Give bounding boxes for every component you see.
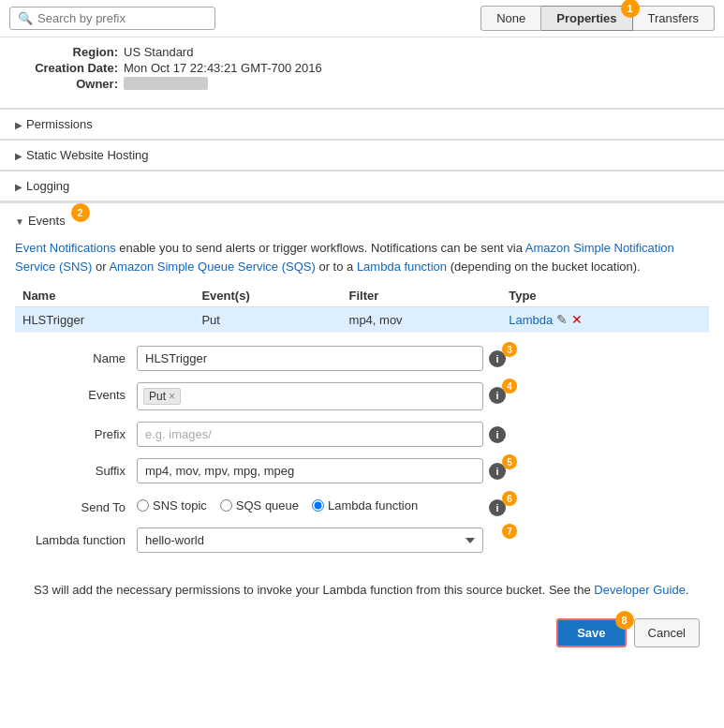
row-events: Put	[194, 307, 341, 333]
creation-date-value: Mon Oct 17 22:43:21 GMT-700 2016	[124, 61, 322, 75]
lambda-select-wrapper: hello-world	[137, 527, 483, 553]
tab-none[interactable]: None	[480, 6, 541, 31]
logging-arrow-icon	[15, 179, 22, 193]
tag-remove-icon[interactable]: ×	[169, 391, 175, 402]
action-buttons: Save 8 Cancel	[15, 613, 709, 653]
metadata-section: Region: US Standard Creation Date: Mon O…	[0, 37, 724, 108]
events-header[interactable]: Events	[15, 214, 66, 228]
suffix-input[interactable]	[137, 458, 483, 483]
events-badge-form: 4	[502, 379, 517, 394]
footer-note: S3 will add the necessary permissions to…	[15, 581, 709, 600]
region-label: Region:	[15, 45, 118, 59]
lambda-label: Lambda function	[34, 527, 137, 547]
sendto-lambda-label[interactable]: Lambda function	[312, 498, 418, 513]
suffix-label: Suffix	[34, 458, 137, 478]
events-tag-input[interactable]: Put ×	[137, 382, 483, 410]
events-tag-wrapper[interactable]: Put ×	[137, 382, 483, 410]
delete-icon[interactable]: ✕	[571, 312, 583, 327]
edit-icon[interactable]: ✎	[556, 312, 568, 327]
sendto-sns-label[interactable]: SNS topic	[137, 498, 207, 513]
sendto-options: SNS topic SQS queue Lambda function	[137, 495, 483, 513]
owner-value	[124, 77, 208, 90]
form-lambda-row: Lambda function hello-world 7	[34, 527, 690, 553]
search-icon: 🔍	[18, 11, 33, 25]
static-website-arrow-icon	[15, 148, 22, 162]
static-website-label: Static Website Hosting	[26, 148, 149, 162]
form-name-row: Name i 3	[34, 346, 690, 371]
static-website-section: Static Website Hosting	[0, 140, 724, 170]
dev-guide-link[interactable]: Developer Guide	[594, 583, 686, 597]
col-events: Event(s)	[194, 285, 341, 307]
tab-group: None Properties 1 Transfers	[480, 6, 715, 31]
region-value: US Standard	[124, 45, 193, 59]
sendto-label: Send To	[34, 495, 137, 514]
lambda-badge: 7	[502, 524, 517, 539]
creation-date-label: Creation Date:	[15, 61, 118, 75]
suffix-badge: 5	[502, 454, 517, 469]
sendto-sns-text: SNS topic	[153, 498, 207, 513]
event-notifications-link[interactable]: Event Notifications	[15, 241, 116, 255]
form-events-row: Events Put × i 4	[34, 382, 690, 410]
search-input[interactable]	[37, 11, 207, 25]
events-header-row: Events 2	[15, 211, 709, 230]
permissions-section: Permissions	[0, 109, 724, 139]
prefix-input[interactable]	[137, 422, 483, 447]
sendto-badge: 6	[502, 491, 517, 506]
sendto-lambda-text: Lambda function	[328, 498, 418, 513]
form-suffix-row: Suffix i 5	[34, 458, 690, 483]
form-sendto-row: Send To SNS topic SQS queue Lambda funct…	[34, 495, 690, 516]
row-name: HLSTrigger	[15, 307, 194, 333]
name-input-wrapper	[137, 346, 483, 371]
cancel-button[interactable]: Cancel	[634, 618, 700, 647]
prefix-input-wrapper	[137, 422, 483, 447]
events-arrow-icon	[15, 214, 24, 228]
permissions-header[interactable]: Permissions	[15, 117, 709, 131]
sendto-sqs-radio[interactable]	[220, 499, 232, 512]
col-type: Type	[501, 285, 709, 307]
sqs-link[interactable]: Amazon Simple Queue Service (SQS)	[109, 260, 315, 274]
events-field-label: Events	[34, 382, 137, 402]
events-section: Events 2 Event Notifications enable you …	[0, 202, 724, 661]
permissions-arrow-icon	[15, 117, 22, 131]
sendto-sns-radio[interactable]	[137, 499, 149, 512]
static-website-header[interactable]: Static Website Hosting	[15, 148, 709, 162]
form-prefix-row: Prefix i	[34, 422, 690, 447]
prefix-info-icon[interactable]: i	[489, 426, 506, 443]
events-tag-put: Put ×	[143, 388, 181, 405]
top-bar: 🔍 None Properties 1 Transfers	[0, 0, 724, 37]
suffix-input-wrapper	[137, 458, 483, 483]
table-row[interactable]: HLSTrigger Put mp4, mov Lambda ✎ ✕	[15, 307, 709, 333]
events-table: Name Event(s) Filter Type HLSTrigger Put…	[15, 285, 709, 333]
type-lambda-link[interactable]: Lambda	[509, 313, 553, 327]
lambda-desc-link[interactable]: Lambda function	[357, 260, 447, 274]
properties-badge: 1	[621, 0, 640, 18]
sendto-sqs-label[interactable]: SQS queue	[220, 498, 299, 513]
owner-label: Owner:	[15, 77, 118, 91]
prefix-label: Prefix	[34, 422, 137, 441]
tab-properties[interactable]: Properties 1	[541, 6, 632, 31]
name-badge: 3	[502, 342, 517, 357]
events-badge: 2	[71, 203, 90, 222]
events-description: Event Notifications enable you to send a…	[15, 239, 709, 275]
sendto-lambda-radio[interactable]	[312, 499, 324, 512]
tab-transfers[interactable]: Transfers	[633, 6, 715, 31]
col-filter: Filter	[342, 285, 502, 307]
name-label: Name	[34, 346, 137, 365]
logging-label: Logging	[26, 179, 69, 193]
logging-header[interactable]: Logging	[15, 179, 709, 193]
name-input[interactable]	[137, 346, 483, 371]
row-type: Lambda ✎ ✕	[501, 307, 709, 333]
lambda-select[interactable]: hello-world	[137, 527, 483, 553]
events-label: Events	[28, 214, 66, 228]
col-name: Name	[15, 285, 194, 307]
permissions-label: Permissions	[26, 117, 93, 131]
sendto-radio-group: SNS topic SQS queue Lambda function	[137, 495, 483, 513]
logging-section: Logging	[0, 171, 724, 201]
save-badge: 8	[615, 611, 634, 630]
search-box[interactable]: 🔍	[9, 7, 215, 30]
sendto-sqs-text: SQS queue	[236, 498, 299, 513]
row-filter: mp4, mov	[342, 307, 502, 333]
event-form: Name i 3 Events Put × i	[15, 342, 709, 573]
